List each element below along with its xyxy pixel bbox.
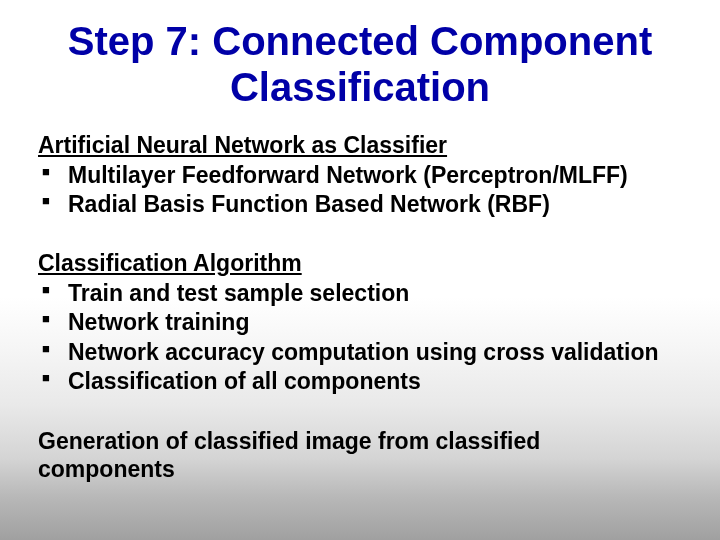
list-item: Multilayer Feedforward Network (Perceptr… bbox=[38, 161, 682, 190]
algorithm-list: Train and test sample selection Network … bbox=[38, 279, 682, 397]
section-heading-classifier: Artificial Neural Network as Classifier bbox=[38, 132, 682, 159]
footer-text: Generation of classified image from clas… bbox=[38, 427, 682, 485]
list-item: Classification of all components bbox=[38, 367, 682, 396]
list-item: Radial Basis Function Based Network (RBF… bbox=[38, 190, 682, 219]
section-heading-algorithm: Classification Algorithm bbox=[38, 250, 682, 277]
slide-title: Step 7: Connected Component Classificati… bbox=[38, 18, 682, 110]
list-item: Network training bbox=[38, 308, 682, 337]
classifier-list: Multilayer Feedforward Network (Perceptr… bbox=[38, 161, 682, 220]
list-item: Train and test sample selection bbox=[38, 279, 682, 308]
list-item: Network accuracy computation using cross… bbox=[38, 338, 682, 367]
slide: Step 7: Connected Component Classificati… bbox=[0, 0, 720, 540]
